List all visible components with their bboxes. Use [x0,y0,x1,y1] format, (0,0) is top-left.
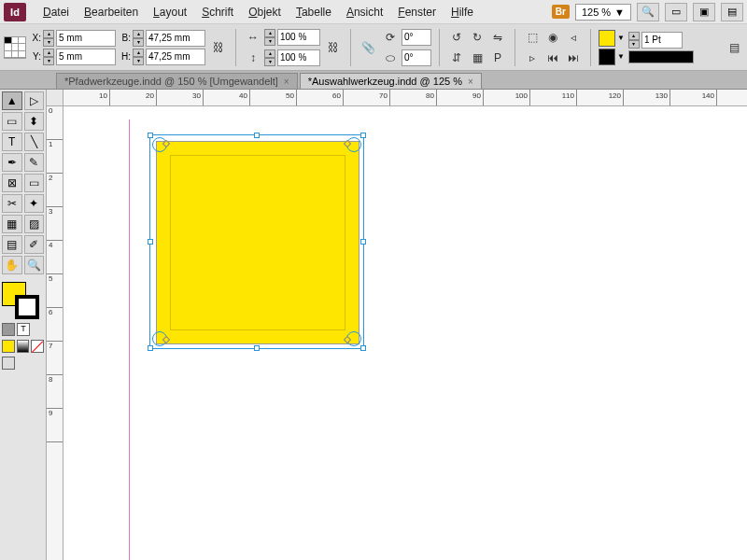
menu-bearbeiten[interactable]: Bearbeiten [77,2,146,22]
shear-input[interactable] [402,49,431,66]
scale-y-input[interactable] [277,49,320,66]
stroke-color-swatch[interactable] [15,295,39,319]
tab-auswahlwerkzeug[interactable]: *Auswahlwerkzeug.indd @ 125 % × [300,73,482,89]
fill-swatch[interactable] [599,30,615,47]
hand-tool[interactable]: ✋ [2,256,22,274]
rotate-cw-icon[interactable]: ↻ [468,28,486,47]
menu-layout[interactable]: Layout [146,2,194,22]
close-icon[interactable]: × [284,77,289,87]
rotate-input[interactable] [402,29,431,46]
note-tool[interactable]: ▤ [2,235,22,254]
dropdown-icon[interactable]: ▼ [617,34,625,42]
rectangle-tool[interactable]: ▭ [24,174,45,192]
rectangle-frame-tool[interactable]: ⊠ [2,174,22,192]
select-last-icon[interactable]: ⏭ [564,49,583,67]
resize-handle[interactable] [254,345,260,351]
formatting-text-icon[interactable]: T [17,323,30,336]
ruler-origin[interactable] [47,90,63,106]
stroke-style[interactable] [628,50,694,63]
canvas[interactable]: 1020 3040 5060 7080 90100 110120 130140 … [47,90,747,560]
constrain-scale-icon[interactable]: ⛓ [324,38,343,57]
resize-handle[interactable] [360,345,366,351]
y-input[interactable] [56,49,116,65]
selected-object[interactable] [149,134,364,349]
eyedropper-tool[interactable]: ✐ [24,235,45,254]
dropdown-icon[interactable]: ▼ [617,52,625,61]
screen-mode-icon[interactable]: ▣ [693,3,715,21]
view-mode-icon[interactable]: ▭ [665,3,687,21]
menu-fenster[interactable]: Fenster [390,2,444,22]
select-content-icon[interactable]: ◉ [543,28,562,47]
resize-handle[interactable] [148,345,153,351]
w-spinner[interactable]: ▴▾ [133,30,144,47]
menu-tabelle[interactable]: Tabelle [289,2,339,22]
page-tool[interactable]: ▭ [2,112,22,131]
flip-v-icon[interactable]: ⇵ [447,49,466,67]
selection-tool[interactable]: ▲ [2,91,22,110]
p-icon[interactable]: P [488,49,507,67]
vertical-ruler[interactable]: 01 23 45 67 89 [47,106,63,560]
resize-handle[interactable] [148,133,153,138]
apply-gradient-icon[interactable] [17,340,30,353]
free-transform-tool[interactable]: ✦ [24,194,45,213]
view-mode-normal-icon[interactable] [2,357,15,370]
scissors-tool[interactable]: ✂ [2,194,22,213]
gap-tool[interactable]: ⬍ [24,112,45,131]
menu-ansicht[interactable]: Ansicht [339,2,390,22]
apply-color-icon[interactable] [2,340,15,353]
select-prev-icon[interactable]: ◃ [564,28,583,47]
stroke-swatch[interactable] [599,49,615,65]
type-tool[interactable]: T [2,133,22,151]
formatting-container-icon[interactable] [2,323,15,336]
resize-handle[interactable] [360,239,366,245]
scaley-spinner[interactable]: ▴▾ [264,49,275,66]
search-icon[interactable]: 🔍 [637,3,659,21]
zoom-level[interactable]: 125 % ▼ [575,4,631,21]
effects-icon[interactable]: ▤ [725,38,743,57]
select-container-icon[interactable]: ⬚ [523,28,542,47]
direct-selection-tool[interactable]: ▷ [24,91,45,110]
menu-hilfe[interactable]: Hilfe [444,2,481,22]
align-icon[interactable]: ▦ [468,49,486,67]
resize-handle[interactable] [360,133,366,138]
clip-icon[interactable]: 📎 [359,38,377,57]
apply-none-icon[interactable] [31,340,44,353]
close-icon[interactable]: × [468,77,473,87]
rotate-ccw-icon[interactable]: ↺ [447,28,466,47]
resize-handle[interactable] [148,239,153,245]
pencil-tool[interactable]: ✎ [24,153,45,172]
arrange-icon[interactable]: ▤ [721,3,743,21]
x-input[interactable] [56,30,116,47]
h-spinner[interactable]: ▴▾ [133,49,144,65]
select-first-icon[interactable]: ⏮ [543,49,562,67]
x-spinner[interactable]: ▴▾ [43,30,54,47]
constrain-icon[interactable]: ⛓ [209,38,228,57]
y-spinner[interactable]: ▴▾ [43,49,54,65]
scalex-spinner[interactable]: ▴▾ [264,29,275,46]
stroke-weight-input[interactable] [641,32,683,49]
scale-x-input[interactable] [277,29,320,46]
flip-h-icon[interactable]: ⇋ [488,28,507,47]
h-label: H: [120,51,131,62]
page[interactable] [63,106,747,560]
menu-objekt[interactable]: Objekt [241,2,289,22]
yellow-rectangle[interactable] [156,141,359,344]
reference-point[interactable] [4,36,26,59]
resize-handle[interactable] [254,133,260,138]
gradient-swatch-tool[interactable]: ▦ [2,215,22,233]
menu-datei[interactable]: Datei [35,2,77,22]
h-input[interactable] [146,49,205,65]
zoom-tool[interactable]: 🔍 [24,256,45,274]
shear-icon: ⬭ [381,49,400,67]
strokewt-spinner[interactable]: ▴▾ [628,32,640,49]
menu-schrift[interactable]: Schrift [194,2,241,22]
line-tool[interactable]: ╲ [24,133,45,151]
fill-stroke-proxy[interactable] [2,282,39,319]
select-next-icon[interactable]: ▹ [523,49,542,67]
bridge-button[interactable]: Br [552,5,570,19]
gradient-feather-tool[interactable]: ▨ [24,215,45,233]
horizontal-ruler[interactable]: 1020 3040 5060 7080 90100 110120 130140 [63,90,747,106]
pen-tool[interactable]: ✒ [2,153,22,172]
tab-pfadwerkzeuge[interactable]: *Pfadwerkzeuge.indd @ 150 % [Umgewandelt… [56,73,298,89]
w-input[interactable] [146,30,205,47]
